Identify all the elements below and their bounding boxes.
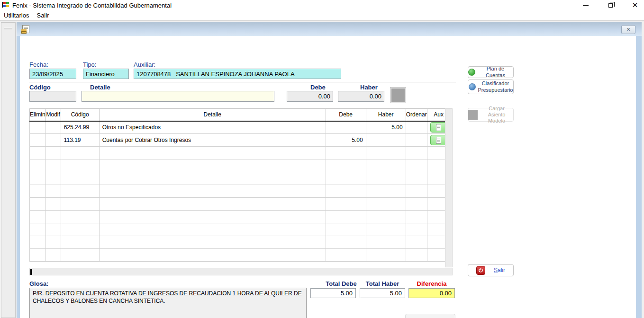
cell-codigo [61, 211, 99, 223]
journal-document-icon [22, 25, 29, 33]
tipo-input[interactable]: Financiero [83, 69, 129, 79]
table-row[interactable] [30, 159, 451, 172]
document-icon [436, 124, 441, 131]
cell-debe [326, 147, 366, 159]
debe-label: Debe [310, 84, 326, 91]
table-row[interactable] [30, 147, 451, 159]
cell-ordenar [406, 134, 427, 147]
cell-elimin [30, 236, 46, 249]
cell-detalle [99, 249, 326, 262]
table-row[interactable]: 625.24.99Otros no Especificados5.00 [30, 121, 451, 134]
menu-salir[interactable]: Salir [33, 11, 53, 20]
cell-codigo [61, 249, 99, 262]
entries-grid: Elimin Modif Código Detalle Debe Haber O… [29, 108, 451, 262]
haber-input[interactable]: 0.00 [338, 91, 384, 102]
salir-button[interactable]: Salir [468, 264, 514, 276]
tipo-label: Tipo: [83, 61, 96, 68]
cell-modif [45, 211, 61, 223]
col-debe: Debe [326, 109, 366, 121]
clasificador-presupuestario-button[interactable]: Clasificador Presupuestario [468, 80, 514, 94]
col-detalle: Detalle [99, 109, 326, 121]
cell-ordenar [406, 249, 427, 262]
green-sphere-icon [468, 69, 475, 76]
cell-elimin [30, 198, 46, 211]
auxiliar-input[interactable]: 1207708478 SANTILLAN ESPINOZA JOHANNA PA… [134, 69, 341, 79]
cell-modif [45, 236, 61, 249]
cell-modif [45, 172, 61, 185]
child-window-body: Fecha: 23/09/2025 Tipo: Financiero Auxil… [20, 36, 636, 318]
cell-detalle [99, 198, 326, 211]
detalle-input[interactable] [82, 91, 274, 102]
cell-codigo [61, 172, 99, 185]
cell-haber [366, 198, 406, 211]
table-row[interactable] [30, 172, 451, 185]
cell-haber [366, 134, 406, 147]
cell-codigo [61, 147, 99, 159]
child-close-icon: ✕ [626, 26, 630, 33]
cell-haber [366, 249, 406, 262]
cell-modif [45, 249, 61, 262]
cell-haber [366, 223, 406, 236]
cell-codigo [61, 236, 99, 249]
table-row[interactable] [30, 185, 451, 198]
table-row[interactable] [30, 198, 451, 211]
cell-ordenar [406, 223, 427, 236]
cell-modif [45, 159, 61, 172]
cell-haber [366, 236, 406, 249]
fecha-input[interactable]: 23/09/2025 [29, 69, 76, 79]
app-logo-icon [2, 2, 9, 9]
cell-ordenar [406, 236, 427, 249]
cell-detalle [99, 159, 326, 172]
blue-sphere-icon [469, 83, 476, 90]
aprobar-asiento-button[interactable]: Aprobar Asiento [405, 314, 455, 318]
form-separator [29, 82, 456, 82]
cell-elimin [30, 121, 46, 134]
detalle-label: Detalle [90, 84, 110, 91]
table-row[interactable] [30, 211, 451, 223]
table-row[interactable] [30, 249, 451, 262]
cell-modif [45, 185, 61, 198]
cell-debe [326, 172, 366, 185]
search-account-box[interactable] [390, 88, 406, 103]
close-button[interactable]: ✕ [630, 0, 640, 10]
menu-utilitarios[interactable]: Utilitarios [0, 11, 33, 20]
cell-debe [326, 185, 366, 198]
cell-detalle [99, 223, 326, 236]
child-window-header: ✕ [17, 22, 642, 36]
glosa-textarea[interactable]: P/R. DEPOSITO EN CUENTA ROTATIVA DE INGR… [29, 288, 307, 318]
cell-modif [45, 134, 61, 147]
codigo-input[interactable] [29, 91, 76, 102]
table-row[interactable] [30, 223, 451, 236]
salir-label: Salir [494, 267, 505, 274]
plan-de-cuentas-button[interactable]: Plan de Cuentas [468, 66, 514, 78]
table-row[interactable]: 113.19Cuentas por Cobrar Otros Ingresos5… [30, 134, 451, 147]
cell-detalle: Cuentas por Cobrar Otros Ingresos [99, 134, 326, 147]
cell-elimin [30, 211, 46, 223]
window-title: Fenix - Sistema Integrado de Contabilida… [12, 2, 172, 9]
cell-debe [326, 223, 366, 236]
cell-modif [45, 121, 61, 134]
glosa-label: Glosa: [29, 280, 48, 287]
collapsed-side-panel[interactable] [1, 22, 16, 318]
table-horizontal-scrollbar[interactable] [29, 268, 453, 275]
mdi-area: ✕ Fecha: 23/09/2025 Tipo: Financiero Aux… [0, 21, 644, 318]
col-modif: Modif [45, 109, 61, 121]
table-vertical-scrollbar[interactable] [445, 108, 453, 267]
total-debe-value: 5.00 [310, 288, 356, 298]
cell-elimin [30, 185, 46, 198]
cell-debe [326, 159, 366, 172]
panel-grip [4, 28, 12, 28]
minimize-icon [583, 5, 589, 6]
cell-debe: 5.00 [326, 134, 366, 147]
table-row[interactable] [30, 236, 451, 249]
child-close-button[interactable]: ✕ [621, 25, 635, 34]
cell-modif [45, 223, 61, 236]
cell-ordenar [406, 211, 427, 223]
debe-input[interactable]: 0.00 [287, 91, 333, 102]
restore-button[interactable] [605, 0, 616, 10]
cell-debe [326, 198, 366, 211]
titlebar: Fenix - Sistema Integrado de Contabilida… [0, 0, 644, 10]
total-haber-value: 5.00 [360, 288, 405, 298]
minimize-button[interactable] [581, 0, 591, 10]
cargar-asiento-modelo-button[interactable]: Cargar Asiento Modelo [468, 108, 514, 122]
